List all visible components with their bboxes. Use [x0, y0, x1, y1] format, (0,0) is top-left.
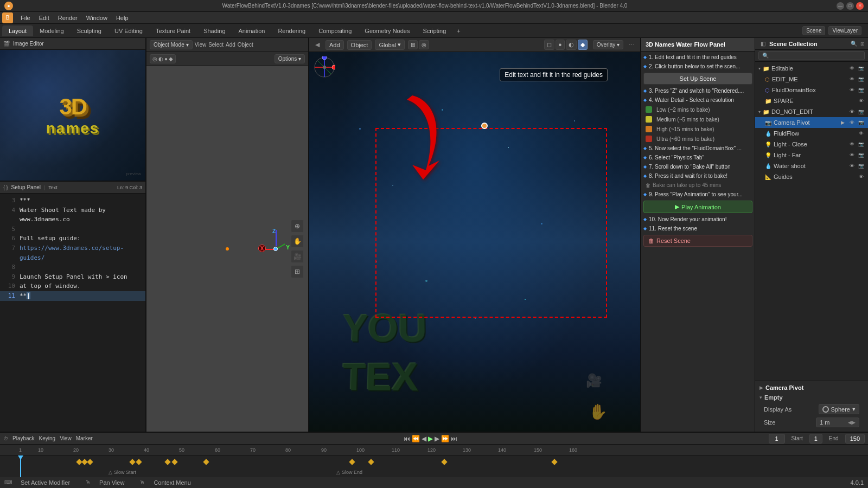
menu-help[interactable]: Help — [112, 14, 133, 22]
tab-shading[interactable]: Shading — [197, 25, 232, 36]
menu-file[interactable]: File — [16, 14, 35, 22]
camera-pivot-vis[interactable]: 👁 — [848, 119, 856, 126]
tree-item-light-far[interactable]: 💡 Light - Far 👁 📷 — [755, 150, 868, 160]
solid-button[interactable]: ● — [556, 40, 565, 50]
camera-pivot-render[interactable]: 📷 — [857, 119, 865, 126]
options-button[interactable]: Options ▾ — [275, 54, 305, 63]
tab-texture-paint[interactable]: Texture Paint — [149, 25, 197, 36]
overlay-button[interactable]: Overlay ▾ — [593, 40, 623, 49]
viewport-shading-selector[interactable]: ◎ ◐ ● ◆ — [150, 54, 176, 63]
tree-item-do-not-edit[interactable]: ▾ 📁 DO_NOT_EDIT 👁 📷 — [755, 106, 868, 117]
current-frame-input[interactable]: 1 — [769, 434, 785, 444]
grid-tool[interactable]: ⊞ — [291, 265, 304, 278]
water-shoot-render[interactable]: 📷 — [857, 162, 865, 170]
edit-me-vis[interactable]: 👁 — [848, 75, 856, 83]
object-menu[interactable]: Object — [238, 42, 253, 48]
proportional-edit-button[interactable]: ◎ — [419, 40, 429, 49]
tab-rendering[interactable]: Rendering — [271, 25, 312, 36]
start-frame-input[interactable]: 1 — [809, 434, 822, 444]
end-frame-input[interactable]: 150 — [845, 434, 865, 444]
playback-menu[interactable]: Playback — [12, 435, 35, 441]
camera-pivot-arrow[interactable]: ▶ — [839, 119, 846, 126]
add-dropdown[interactable]: Add — [326, 40, 344, 50]
step-back-button[interactable]: ◀ — [422, 435, 426, 442]
outliner-icon[interactable]: ◧ — [758, 40, 767, 48]
next-keyframe-button[interactable]: ⏩ — [441, 435, 449, 442]
tree-item-light-close[interactable]: 💡 Light - Close 👁 📷 — [755, 139, 868, 150]
view-menu[interactable]: View — [195, 42, 207, 48]
add-workspace-button[interactable]: + — [452, 25, 464, 36]
tab-geometry-nodes[interactable]: Geometry Nodes — [358, 25, 416, 36]
tree-item-fluid-flow[interactable]: 💧 FluidFlow 👁 — [755, 128, 868, 139]
quality-high[interactable]: High (~15 mins to bake) — [641, 124, 755, 134]
zoom-tool[interactable]: ⊕ — [291, 220, 304, 233]
object-dropdown[interactable]: Object — [347, 40, 372, 50]
editable-render-icon[interactable]: 📷 — [857, 65, 865, 72]
menu-window[interactable]: Window — [82, 14, 112, 22]
tree-item-camera-pivot[interactable]: 📷 Camera Pivot ▶ 👁 📷 — [755, 117, 868, 128]
jump-start-button[interactable]: ⏮ — [404, 435, 410, 442]
tab-uv-editing[interactable]: UV Editing — [108, 25, 149, 36]
view-menu-timeline[interactable]: View — [60, 435, 72, 441]
snap-button[interactable]: ⊞ — [408, 40, 418, 49]
display-as-dropdown[interactable]: Sphere ▾ — [819, 404, 859, 414]
close-button[interactable]: ✕ — [856, 2, 864, 10]
select-menu[interactable]: Select — [208, 42, 224, 48]
viewport-menu-button[interactable]: ⋯ — [627, 40, 637, 49]
tree-item-guides[interactable]: 📐 Guides 👁 — [755, 171, 868, 182]
tab-layout[interactable]: Layout — [2, 25, 33, 36]
scene-selector[interactable]: Scene — [802, 26, 825, 35]
play-button[interactable]: ▶ — [428, 435, 433, 442]
edit-me-render[interactable]: 📷 — [857, 75, 865, 83]
tab-sculpting[interactable]: Sculpting — [71, 25, 108, 36]
viewlayer-selector[interactable]: ViewLayer — [828, 26, 861, 35]
tree-item-editable[interactable]: ▾ 📁 Editable 👁 📷 — [755, 63, 868, 74]
prev-keyframe-button[interactable]: ⏪ — [412, 435, 420, 442]
menu-render[interactable]: Render — [54, 14, 82, 22]
size-input[interactable]: 1 m ◀▶ — [816, 418, 859, 427]
material-button[interactable]: ◐ — [566, 40, 577, 50]
tab-animation[interactable]: Animation — [232, 25, 272, 36]
tree-item-spare[interactable]: 📁 SPARE 👁 — [755, 95, 868, 106]
editable-vis-icon[interactable]: 👁 — [848, 65, 856, 72]
light-close-render[interactable]: 📷 — [857, 140, 865, 148]
marker-menu[interactable]: Marker — [76, 435, 93, 441]
reset-scene-button[interactable]: 🗑 Reset Scene — [643, 235, 752, 247]
do-not-edit-vis[interactable]: 👁 — [848, 108, 856, 115]
spare-vis[interactable]: 👁 — [857, 97, 865, 105]
menu-edit[interactable]: Edit — [35, 14, 54, 22]
fluid-flow-vis[interactable]: 👁 — [857, 130, 865, 137]
light-far-vis[interactable]: 👁 — [848, 151, 856, 159]
quality-medium[interactable]: Medium (~5 mins to bake) — [641, 114, 755, 124]
tree-item-fluid-domain[interactable]: ⬡ FluidDomainBox 👁 📷 — [755, 85, 868, 95]
quality-ultra[interactable]: Ultra (~60 mins to bake) — [641, 134, 755, 144]
guides-vis[interactable]: 👁 — [857, 173, 865, 181]
tree-item-edit-me[interactable]: ⬡ EDIT_ME 👁 📷 — [755, 74, 868, 85]
add-menu[interactable]: Add — [226, 42, 235, 48]
tab-scripting[interactable]: Scripting — [416, 25, 452, 36]
pan-tool[interactable]: ✋ — [291, 235, 304, 248]
object-mode-dropdown[interactable]: Object Mode ▾ — [150, 40, 193, 49]
play-animation-button[interactable]: ▶ Play Animation — [643, 201, 752, 213]
water-shoot-vis[interactable]: 👁 — [848, 162, 856, 170]
rendered-button[interactable]: ◆ — [578, 40, 588, 50]
light-close-vis[interactable]: 👁 — [848, 140, 856, 148]
tab-modeling[interactable]: Modeling — [33, 25, 71, 36]
tree-item-water-shoot[interactable]: 💧 Water shoot 👁 📷 — [755, 160, 868, 171]
global-dropdown[interactable]: Global ▾ — [375, 40, 405, 50]
scene-search-input[interactable] — [758, 51, 865, 60]
wireframe-button[interactable]: ◻ — [544, 40, 554, 50]
filter-icon[interactable]: ⊞ — [860, 41, 865, 47]
maximize-button[interactable]: □ — [846, 2, 854, 10]
search-icon[interactable]: 🔍 — [850, 40, 858, 48]
step-forward-button[interactable]: ▶ — [435, 435, 439, 442]
fluid-vis[interactable]: 👁 — [848, 86, 856, 94]
do-not-edit-render[interactable]: 📷 — [857, 108, 865, 115]
minimize-button[interactable]: — — [837, 2, 844, 10]
camera-tool[interactable]: 🎥 — [291, 250, 304, 263]
fluid-render[interactable]: 📷 — [857, 86, 865, 94]
jump-end-button[interactable]: ⏭ — [451, 435, 457, 442]
collapse-panel-button[interactable]: ◀ — [312, 40, 322, 50]
light-far-render[interactable]: 📷 — [857, 151, 865, 159]
tab-compositing[interactable]: Compositing — [312, 25, 358, 36]
